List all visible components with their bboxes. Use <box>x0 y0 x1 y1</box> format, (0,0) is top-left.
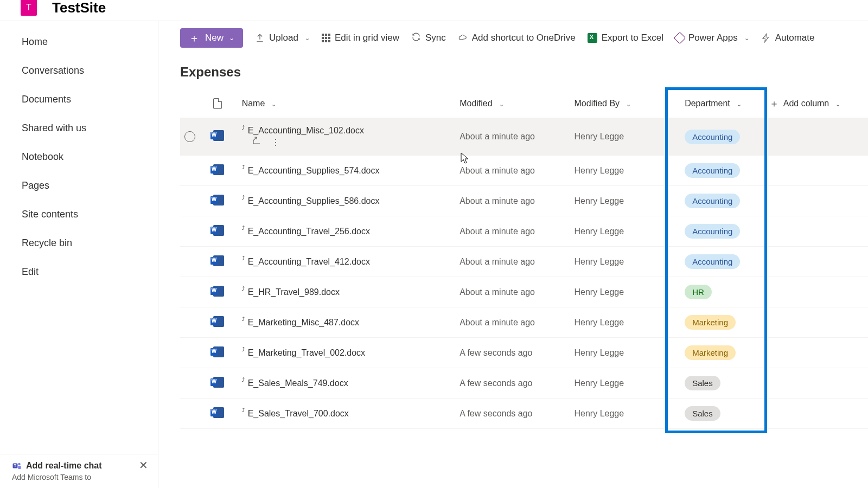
grid-icon <box>322 34 330 42</box>
modified-cell: A few seconds ago <box>455 368 570 399</box>
edit-grid-label: Edit in grid view <box>335 33 399 43</box>
nav-item-documents[interactable]: Documents <box>0 85 158 114</box>
nav-item-home[interactable]: Home <box>0 28 158 56</box>
department-pill[interactable]: Accounting <box>685 130 740 144</box>
modified-by-cell: Henry Legge <box>570 118 668 156</box>
new-button[interactable]: ＋ New ⌄ <box>180 28 243 48</box>
table-row[interactable]: ⤴E_Accounting_Supplies_586.docxAbout a m… <box>180 186 868 216</box>
svg-point-1 <box>18 463 21 466</box>
power-apps-button[interactable]: Power Apps ⌄ <box>675 33 749 43</box>
sync-button[interactable]: Sync <box>411 32 446 44</box>
nav-item-site-contents[interactable]: Site contents <box>0 200 158 229</box>
file-name[interactable]: ⤴E_Accounting_Misc_102.docx <box>242 126 451 136</box>
new-indicator-icon: ⤴ <box>242 164 245 170</box>
nav-item-edit[interactable]: Edit <box>0 258 158 286</box>
word-icon <box>213 346 224 357</box>
department-pill[interactable]: Accounting <box>685 254 740 269</box>
department-cell: Accounting <box>667 118 765 156</box>
modified-by-cell: Henry Legge <box>570 338 668 368</box>
col-department[interactable]: Department⌄ <box>667 89 765 118</box>
onedrive-icon <box>458 33 468 43</box>
department-pill[interactable]: Sales <box>685 406 720 421</box>
file-name[interactable]: ⤴E_HR_Travel_989.docx <box>242 287 451 297</box>
chevron-down-icon: ⌄ <box>229 34 234 42</box>
sync-label: Sync <box>425 33 446 43</box>
col-modified[interactable]: Modified⌄ <box>455 89 570 118</box>
close-icon[interactable]: ✕ <box>139 459 148 472</box>
nav-item-notebook[interactable]: Notebook <box>0 143 158 171</box>
new-indicator-icon: ⤴ <box>242 407 245 413</box>
department-cell: Accounting <box>667 156 765 186</box>
file-name[interactable]: ⤴E_Marketing_Misc_487.docx <box>242 318 451 328</box>
excel-icon <box>588 33 597 43</box>
share-icon[interactable] <box>252 138 261 147</box>
col-modified-by[interactable]: Modified By⌄ <box>570 89 668 118</box>
department-pill[interactable]: Accounting <box>685 163 740 178</box>
department-pill[interactable]: Sales <box>685 376 720 390</box>
chevron-down-icon: ⌄ <box>499 101 504 108</box>
more-icon[interactable]: ⋮ <box>271 138 280 147</box>
department-cell: HR <box>667 277 765 307</box>
promo-subtitle: Add Microsoft Teams to <box>12 473 147 481</box>
file-name[interactable]: ⤴E_Accounting_Supplies_574.docx <box>242 166 451 176</box>
col-name[interactable]: Name⌄ <box>238 89 456 118</box>
nav-item-pages[interactable]: Pages <box>0 171 158 200</box>
new-indicator-icon: ⤴ <box>242 125 245 131</box>
file-name[interactable]: ⤴E_Sales_Meals_749.docx <box>242 378 451 388</box>
department-pill[interactable]: Accounting <box>685 194 740 208</box>
nav-item-shared-with-us[interactable]: Shared with us <box>0 114 158 143</box>
plus-icon: ＋ <box>769 97 779 110</box>
new-indicator-icon: ⤴ <box>242 316 245 322</box>
col-select[interactable] <box>180 89 209 118</box>
department-pill[interactable]: HR <box>685 285 712 299</box>
new-indicator-icon: ⤴ <box>242 377 245 383</box>
table-row[interactable]: ⤴E_HR_Travel_989.docxAbout a minute agoH… <box>180 277 868 307</box>
table-row[interactable]: ⤴E_Accounting_Misc_102.docx⋮About a minu… <box>180 118 868 156</box>
col-add-column[interactable]: ＋Add column⌄ <box>765 89 868 118</box>
nav-item-recycle-bin[interactable]: Recycle bin <box>0 229 158 258</box>
table-row[interactable]: ⤴E_Sales_Travel_700.docxA few seconds ag… <box>180 399 868 429</box>
table-row[interactable]: ⤴E_Accounting_Travel_256.docxAbout a min… <box>180 216 868 247</box>
nav-item-conversations[interactable]: Conversations <box>0 56 158 85</box>
word-icon <box>213 225 224 236</box>
file-name[interactable]: ⤴E_Accounting_Travel_256.docx <box>242 227 451 236</box>
department-pill[interactable]: Accounting <box>685 224 740 239</box>
chevron-down-icon: ⌄ <box>305 35 310 42</box>
svg-rect-2 <box>18 466 21 469</box>
site-title[interactable]: TestSite <box>52 0 106 16</box>
add-shortcut-label: Add shortcut to OneDrive <box>472 33 576 43</box>
file-name[interactable]: ⤴E_Accounting_Travel_412.docx <box>242 257 451 267</box>
department-pill[interactable]: Marketing <box>685 345 736 360</box>
table-row[interactable]: ⤴E_Sales_Meals_749.docxA few seconds ago… <box>180 368 868 399</box>
table-row[interactable]: ⤴E_Marketing_Travel_002.docxA few second… <box>180 338 868 368</box>
automate-button[interactable]: Automate <box>761 33 815 43</box>
new-indicator-icon: ⤴ <box>242 255 245 261</box>
add-shortcut-button[interactable]: Add shortcut to OneDrive <box>458 33 576 43</box>
word-icon <box>213 286 224 297</box>
file-name[interactable]: ⤴E_Sales_Travel_700.docx <box>242 409 451 419</box>
table-row[interactable]: ⤴E_Accounting_Supplies_574.docxAbout a m… <box>180 156 868 186</box>
table-row[interactable]: ⤴E_Marketing_Misc_487.docxAbout a minute… <box>180 307 868 338</box>
teams-promo: ✕ T Add real-time chat Add Microsoft Tea… <box>0 454 158 488</box>
department-cell: Accounting <box>667 247 765 277</box>
upload-button[interactable]: Upload ⌄ <box>255 33 310 43</box>
file-name[interactable]: ⤴E_Marketing_Travel_002.docx <box>242 348 451 358</box>
modified-cell: A few seconds ago <box>455 338 570 368</box>
modified-by-cell: Henry Legge <box>570 307 668 338</box>
table-row[interactable]: ⤴E_Accounting_Travel_412.docxAbout a min… <box>180 247 868 277</box>
word-icon <box>213 255 224 266</box>
chevron-down-icon: ⌄ <box>835 101 840 108</box>
word-icon <box>213 164 224 175</box>
edit-grid-button[interactable]: Edit in grid view <box>322 33 399 43</box>
site-logo[interactable]: T <box>21 0 37 16</box>
left-nav: HomeConversationsDocumentsShared with us… <box>0 21 158 488</box>
select-circle[interactable] <box>184 131 195 142</box>
department-pill[interactable]: Marketing <box>685 315 736 330</box>
file-name[interactable]: ⤴E_Accounting_Supplies_586.docx <box>242 196 451 206</box>
export-excel-button[interactable]: Export to Excel <box>588 33 663 43</box>
word-icon <box>213 316 224 327</box>
col-type[interactable] <box>209 89 238 118</box>
modified-by-cell: Henry Legge <box>570 277 668 307</box>
chevron-down-icon: ⌄ <box>744 35 749 42</box>
command-bar: ＋ New ⌄ Upload ⌄ Edit in grid view Sync <box>158 21 868 55</box>
